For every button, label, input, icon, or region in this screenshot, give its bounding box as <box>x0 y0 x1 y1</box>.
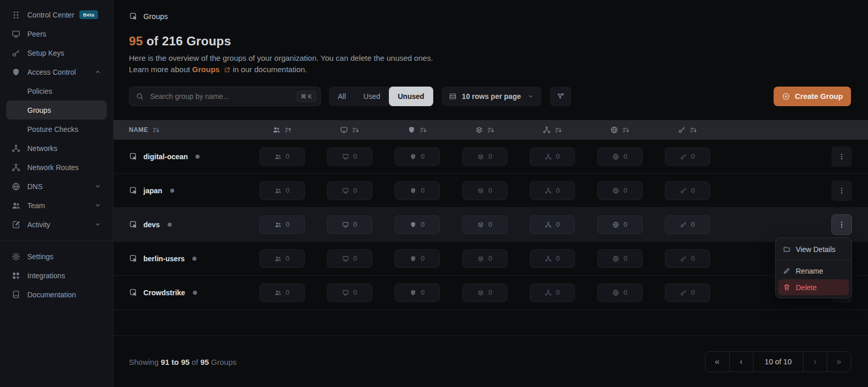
users-icon <box>274 187 282 194</box>
sidebar-item-peers[interactable]: Peers <box>6 24 107 43</box>
users-icon <box>272 126 281 134</box>
sidebar-item-label: Documentation <box>27 291 76 299</box>
sidebar-main-nav: Control CenterBetaPeersSetup KeysAccess … <box>0 5 113 234</box>
count-badge-layers: 0 <box>462 249 507 268</box>
count-badge-monitor: 0 <box>327 181 372 200</box>
rows-per-page-select[interactable]: 10 rows per page <box>441 87 542 106</box>
column-header-layers[interactable] <box>451 126 518 134</box>
sort-down-icon <box>419 126 427 134</box>
sort-down-icon <box>487 126 495 134</box>
count-badge-monitor: 0 <box>327 249 372 268</box>
globe-icon <box>11 182 21 191</box>
column-header-globe[interactable] <box>586 126 653 134</box>
key-icon <box>11 48 21 58</box>
filter-tab-used[interactable]: Used <box>355 87 389 106</box>
menu-divider <box>776 260 851 260</box>
monitor-icon <box>11 29 21 39</box>
filter-tab-unused[interactable]: Unused <box>389 87 433 106</box>
group-name: berlin-users <box>143 255 185 263</box>
hub-icon <box>543 126 551 134</box>
hub-icon <box>545 221 552 228</box>
group-status-dot <box>168 223 172 227</box>
column-header-hub[interactable] <box>518 126 586 134</box>
kebab-icon <box>838 153 846 161</box>
sidebar-item-access-control[interactable]: Access Control <box>6 62 107 81</box>
sidebar-item-documentation[interactable]: Documentation <box>6 285 107 304</box>
prev-page-button[interactable]: ‹ <box>729 352 753 372</box>
kebab-icon <box>838 187 846 195</box>
book-icon <box>11 290 21 299</box>
sidebar-item-dns[interactable]: DNS <box>6 177 107 196</box>
count-badge-globe: 0 <box>597 283 643 302</box>
shield-icon <box>11 68 21 77</box>
count-badge-hub: 0 <box>530 147 575 166</box>
column-header-shield[interactable] <box>383 126 451 134</box>
group-name-cell: devs <box>129 220 248 229</box>
sidebar-item-posture-checks[interactable]: Posture Checks <box>6 120 107 139</box>
page-title: 95 of 216 Groups <box>129 34 231 48</box>
plus-circle-icon <box>782 92 790 100</box>
sidebar: Control CenterBetaPeersSetup KeysAccess … <box>0 0 113 387</box>
pencil-icon <box>783 267 791 275</box>
sidebar-item-control-center[interactable]: Control CenterBeta <box>6 5 107 24</box>
sidebar-footer-nav: SettingsIntegrationsDocumentation <box>0 247 113 304</box>
column-header-monitor[interactable] <box>316 126 383 134</box>
column-header-key[interactable] <box>653 126 721 134</box>
table-footer: Showing 91 to 95 of 95 Groups «‹10 of 10… <box>129 351 851 372</box>
filter-tab-all[interactable]: All <box>329 87 355 106</box>
hub-icon <box>11 144 21 153</box>
group-name-cell: berlin-users <box>129 254 248 263</box>
row-menu-button[interactable] <box>831 146 852 167</box>
menu-item-view-details[interactable]: View Details <box>778 241 849 258</box>
rows-per-page-label: 10 rows per page <box>462 92 521 100</box>
sidebar-item-settings[interactable]: Settings <box>6 247 107 266</box>
sidebar-item-team[interactable]: Team <box>6 196 107 215</box>
count-badge-globe: 0 <box>597 147 643 166</box>
shield-icon <box>407 126 416 134</box>
sidebar-item-setup-keys[interactable]: Setup Keys <box>6 43 107 62</box>
last-page-button[interactable]: » <box>827 352 850 372</box>
sidebar-item-label: Setup Keys <box>27 49 64 57</box>
search-input[interactable] <box>149 92 297 101</box>
shield-icon <box>410 187 417 194</box>
count-badge-shield: 0 <box>395 215 440 234</box>
main-content: Groups 95 of 216 Groups Here is the over… <box>113 0 868 387</box>
first-page-button[interactable]: « <box>706 352 729 372</box>
table-row: digital-ocean0000000 <box>113 140 868 174</box>
menu-item-delete[interactable]: Delete <box>778 279 849 295</box>
sidebar-item-integrations[interactable]: Integrations <box>6 266 107 285</box>
row-menu-button[interactable] <box>831 214 852 235</box>
next-page-button[interactable]: › <box>803 352 827 372</box>
layers-icon <box>475 126 483 134</box>
sidebar-item-label: Network Routes <box>27 163 79 172</box>
globe-icon <box>612 187 619 194</box>
chev-up-icon <box>94 68 102 76</box>
create-group-label: Create Group <box>795 92 843 100</box>
sidebar-item-networks[interactable]: Networks <box>6 139 107 158</box>
column-header-users[interactable] <box>248 126 316 134</box>
shield-icon <box>410 255 417 262</box>
sort-down-icon <box>622 126 630 134</box>
sidebar-item-network-routes[interactable]: Network Routes <box>6 158 107 177</box>
sidebar-item-policies[interactable]: Policies <box>6 81 107 100</box>
menu-item-rename[interactable]: Rename <box>778 262 849 279</box>
create-group-button[interactable]: Create Group <box>774 87 851 106</box>
users-icon <box>274 289 282 296</box>
count-badge-shield: 0 <box>395 283 440 302</box>
shield-icon <box>410 221 417 228</box>
layers-icon <box>477 255 484 262</box>
row-menu-button[interactable] <box>831 180 852 201</box>
count-badge-key: 0 <box>665 181 710 200</box>
count-badge-layers: 0 <box>462 215 507 234</box>
sidebar-item-activity[interactable]: Activity <box>6 215 107 234</box>
globe-icon <box>612 221 619 228</box>
column-header-name[interactable]: NAME <box>129 126 248 134</box>
groups-doc-link[interactable]: Groups <box>192 65 231 74</box>
sidebar-item-label: Access Control <box>27 68 76 76</box>
showing-text: Showing 91 to 95 of 95 Groups <box>129 358 237 366</box>
sidebar-item-label: Control Center <box>27 11 74 19</box>
sidebar-item-groups[interactable]: Groups <box>6 100 107 120</box>
table-body: digital-ocean0000000japan0000000devs0000… <box>113 140 868 310</box>
clear-filters-button[interactable] <box>550 87 571 106</box>
layers-icon <box>477 153 484 160</box>
